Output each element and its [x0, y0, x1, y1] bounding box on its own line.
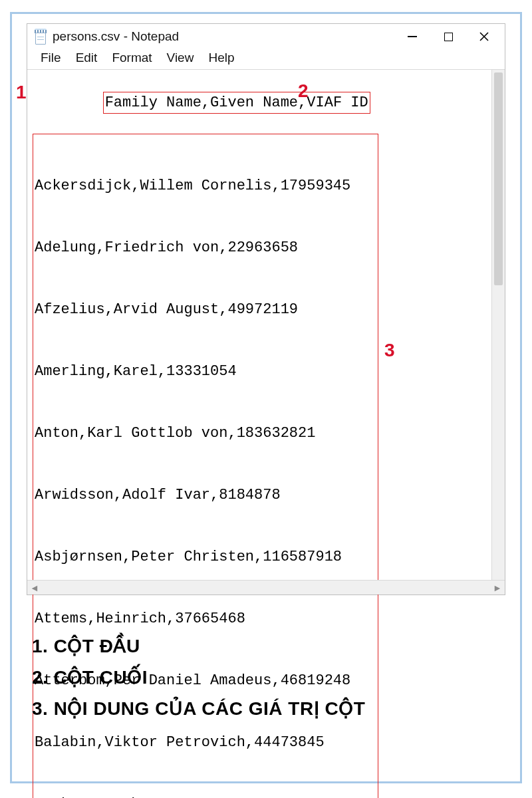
csv-line[interactable]: Amerling,Karel,13331054: [33, 361, 378, 382]
outer-frame: persons.csv - Notepad File Edit Format V…: [10, 12, 522, 783]
titlebar[interactable]: persons.csv - Notepad: [27, 24, 505, 49]
legend: 1. CỘT ĐẦU 2. CỘT CUỐI 3. NỘI DUNG CỦA C…: [32, 626, 365, 729]
maximize-icon: [444, 33, 453, 41]
csv-line[interactable]: Asbjørnsen,Peter Christen,116587918: [33, 547, 378, 567]
close-icon: [479, 32, 489, 41]
window-buttons: [394, 25, 502, 48]
legend-item-3: 3. NỘI DUNG CỦA CÁC GIÁ TRỊ CỘT: [32, 698, 365, 720]
close-button[interactable]: [466, 25, 502, 48]
csv-line[interactable]: Afzelius,Arvid August,49972119: [33, 299, 378, 320]
menubar: File Edit Format View Help: [27, 49, 505, 69]
menu-file[interactable]: File: [34, 49, 68, 66]
annotation-2: 2: [298, 80, 309, 102]
maximize-button[interactable]: [430, 25, 466, 48]
menu-edit[interactable]: Edit: [69, 49, 104, 66]
menu-help[interactable]: Help: [201, 49, 241, 66]
vertical-scrollbar[interactable]: [491, 70, 505, 580]
legend-item-2: 2. CỘT CUỐI: [32, 666, 365, 688]
csv-line[interactable]: Anton,Karl Gottlob von,183632821: [33, 423, 378, 444]
notepad-icon: [34, 29, 47, 45]
csv-line[interactable]: Ackersdijck,Willem Cornelis,17959345: [33, 176, 378, 196]
csv-line[interactable]: Arwidsson,Adolf Ivar,8184878: [33, 485, 378, 505]
window-title: persons.csv - Notepad: [53, 29, 394, 44]
editor-area[interactable]: Family Name,Given Name,VIAF ID Ackersdij…: [27, 69, 505, 595]
legend-item-1: 1. CỘT ĐẦU: [32, 635, 365, 657]
csv-header-line[interactable]: Family Name,Given Name,VIAF ID: [103, 92, 370, 114]
scroll-right-icon[interactable]: ►: [490, 581, 505, 595]
csv-line[interactable]: Adelung,Friedrich von,22963658: [33, 237, 378, 258]
scrollbar-thumb[interactable]: [494, 72, 503, 285]
csv-line[interactable]: Balabin,Viktor Petrovich,44473845: [33, 732, 378, 753]
annotation-3: 3: [384, 340, 395, 361]
csv-line[interactable]: Banks,Joseph,46830189: [33, 794, 378, 798]
minimize-icon: [408, 36, 417, 37]
scroll-left-icon[interactable]: ◄: [27, 581, 42, 595]
menu-view[interactable]: View: [160, 49, 201, 66]
menu-format[interactable]: Format: [105, 49, 158, 66]
minimize-button[interactable]: [394, 25, 430, 48]
annotation-1: 1: [16, 82, 27, 103]
notepad-window: persons.csv - Notepad File Edit Format V…: [27, 23, 505, 595]
horizontal-scrollbar[interactable]: ◄ ►: [27, 580, 505, 595]
